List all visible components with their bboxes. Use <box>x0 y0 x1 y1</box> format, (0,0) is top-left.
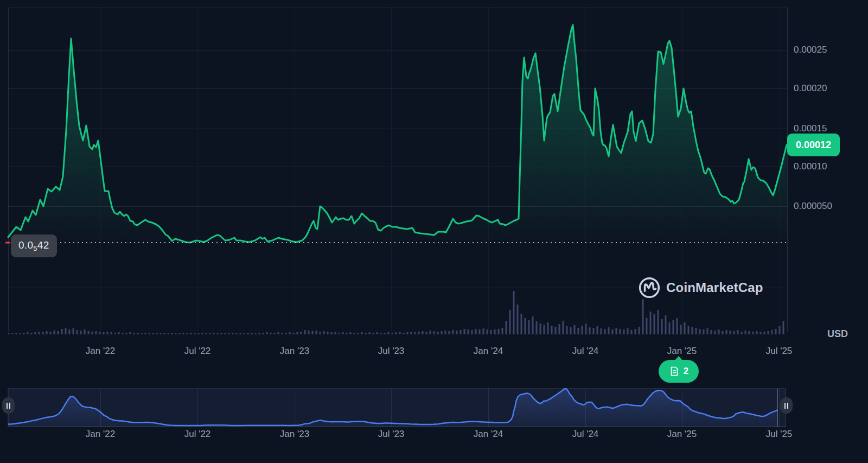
navigator-track[interactable] <box>8 389 786 427</box>
x-tick-label: Jul '23 <box>378 346 405 357</box>
coinmarketcap-watermark: CoinMarketCap <box>638 276 763 299</box>
x-tick-label: Jul '25 <box>766 346 793 357</box>
news-article-icon <box>669 366 680 377</box>
baseline-suffix: 42 <box>37 239 49 251</box>
y-tick-label: 0.00020 <box>794 83 827 94</box>
x-tick-label: Jan '24 <box>474 346 503 357</box>
pause-bars-icon <box>784 403 786 409</box>
chart-canvas[interactable] <box>0 0 868 463</box>
x-tick-label: Jul '22 <box>184 346 211 357</box>
x-tick-label: Jul '22 <box>184 429 211 440</box>
x-tick-label: Jan '25 <box>667 346 697 357</box>
currency-unit-label: USD <box>827 328 848 340</box>
news-badge[interactable]: 2 <box>659 360 699 383</box>
navigator-handle-right[interactable] <box>780 397 793 414</box>
x-tick-label: Jan '23 <box>280 346 309 357</box>
news-badge-pointer <box>674 356 683 361</box>
pause-bars-icon <box>787 403 788 409</box>
y-tick-label: 0.00015 <box>794 123 827 134</box>
pause-bars-icon <box>9 403 10 409</box>
watermark-text: CoinMarketCap <box>666 280 763 295</box>
price-chart-page: 0.00025 0.00020 0.00015 0.00010 0.000050… <box>0 0 868 463</box>
x-tick-label: Jul '23 <box>378 429 405 440</box>
x-tick-label: Jul '24 <box>572 429 599 440</box>
navigator-handle-left[interactable] <box>2 397 15 414</box>
x-tick-label: Jan '24 <box>474 429 503 440</box>
x-tick-label: Jan '23 <box>280 429 309 440</box>
x-tick-label: Jan '22 <box>86 346 115 357</box>
news-count: 2 <box>684 366 688 377</box>
x-tick-label: Jul '24 <box>572 346 599 357</box>
current-price-badge: 0.00012 <box>787 134 840 156</box>
baseline-price-label: 0.0542 <box>11 234 57 257</box>
price-series-line <box>8 25 787 245</box>
pause-bars-icon <box>7 403 8 409</box>
baseline-prefix: 0.0 <box>18 239 33 251</box>
baseline-subscript: 5 <box>33 244 37 252</box>
x-tick-label: Jan '22 <box>86 429 115 440</box>
y-tick-label: 0.00025 <box>794 45 827 55</box>
y-tick-label: 0.00010 <box>794 161 827 172</box>
coinmarketcap-logo-icon <box>638 276 661 299</box>
x-tick-label: Jan '25 <box>667 429 697 440</box>
y-tick-label: 0.000050 <box>794 201 832 212</box>
x-tick-label: Jul '25 <box>766 429 793 440</box>
